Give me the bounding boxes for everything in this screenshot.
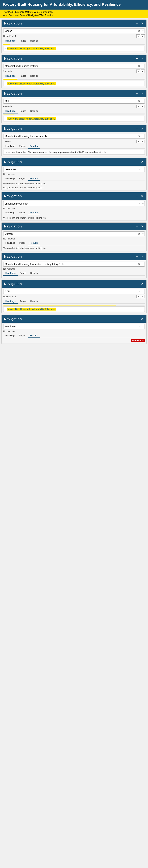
highlight-line2: Word Document Search "Navigation" Tool R… (3, 13, 145, 17)
minimize-btn-2[interactable]: – (136, 92, 139, 95)
tabs-row-1: HeadingsPagesResults (3, 74, 145, 79)
clear-btn-8[interactable]: ✕ (137, 289, 141, 293)
tab-headings-2[interactable]: Headings (3, 109, 18, 114)
tab-results-2[interactable]: Results (28, 109, 40, 113)
minimize-btn-0[interactable]: – (136, 21, 139, 25)
dropdown-btn-7[interactable]: ▾ (141, 262, 145, 266)
close-btn-4[interactable]: ✕ (140, 160, 144, 164)
dropdown-btn-9[interactable]: ▾ (141, 324, 145, 329)
minimize-btn-4[interactable]: – (136, 160, 139, 164)
result-area-1: ›Factory-Built Housing for Affordability… (3, 81, 145, 86)
tab-headings-7[interactable]: Headings (3, 271, 18, 276)
search-row-2: ✕▾ (3, 99, 145, 103)
tab-headings-4[interactable]: Headings (3, 176, 17, 181)
tab-headings-3[interactable]: Headings (3, 144, 17, 148)
tab-results-9[interactable]: Results (28, 334, 40, 338)
up-btn-8[interactable]: ∧ (136, 295, 140, 298)
minimize-btn-6[interactable]: – (136, 224, 139, 228)
clear-btn-6[interactable]: ✕ (137, 232, 141, 236)
up-btn-0[interactable]: ∧ (136, 34, 140, 38)
tab-pages-9[interactable]: Pages (17, 334, 28, 338)
minimize-btn-5[interactable]: – (136, 194, 139, 198)
tab-headings-8[interactable]: Headings (3, 299, 18, 304)
nav-panel-panel2: Navigation–✕✕▾2 results∧∨HeadingsPagesRe… (1, 55, 147, 88)
tab-results-8[interactable]: Results (28, 299, 40, 303)
minimize-btn-7[interactable]: – (136, 255, 139, 258)
dropdown-btn-5[interactable]: ▾ (141, 202, 145, 206)
minimize-btn-9[interactable]: – (136, 317, 139, 321)
tab-pages-4[interactable]: Pages (17, 176, 28, 181)
result-label-8[interactable]: Factory-Built Housing for Affordability,… (7, 308, 56, 311)
close-btn-6[interactable]: ✕ (140, 224, 144, 228)
tab-results-4[interactable]: Results (28, 176, 40, 181)
tab-pages-0[interactable]: Pages (18, 39, 28, 43)
search-input-2[interactable] (3, 99, 137, 103)
result-label-0[interactable]: Factory-Built Housing for Affordability,… (7, 47, 56, 50)
clear-btn-4[interactable]: ✕ (137, 167, 141, 172)
close-btn-5[interactable]: ✕ (140, 194, 144, 198)
close-btn-2[interactable]: ✕ (140, 92, 144, 96)
dropdown-btn-1[interactable]: ▾ (141, 64, 145, 68)
search-input-4[interactable] (3, 167, 137, 172)
result-label-1[interactable]: Factory-Built Housing for Affordability,… (7, 82, 56, 85)
clear-btn-5[interactable]: ✕ (137, 202, 141, 206)
clear-btn-2[interactable]: ✕ (137, 99, 141, 103)
tab-pages-7[interactable]: Pages (18, 271, 28, 275)
search-input-7[interactable] (3, 262, 137, 267)
close-btn-8[interactable]: ✕ (140, 282, 144, 286)
tab-results-3[interactable]: Results (28, 144, 40, 149)
tab-pages-5[interactable]: Pages (17, 211, 28, 215)
dropdown-btn-6[interactable]: ▾ (141, 232, 145, 236)
tab-pages-8[interactable]: Pages (18, 299, 28, 303)
close-btn-3[interactable]: ✕ (140, 127, 144, 131)
clear-btn-3[interactable]: ✕ (137, 134, 141, 138)
dropdown-btn-4[interactable]: ▾ (141, 167, 145, 171)
up-btn-1[interactable]: ∧ (136, 69, 140, 73)
search-input-5[interactable] (3, 202, 137, 206)
dropdown-btn-8[interactable]: ▾ (141, 289, 145, 293)
tab-results-1[interactable]: Results (28, 74, 40, 78)
up-btn-2[interactable]: ∧ (136, 104, 140, 108)
close-btn-1[interactable]: ✕ (140, 57, 144, 60)
tab-results-6[interactable]: Results (28, 241, 40, 245)
tab-pages-1[interactable]: Pages (18, 74, 28, 78)
tab-headings-1[interactable]: Headings (3, 74, 18, 79)
down-btn-1[interactable]: ∨ (141, 69, 145, 73)
down-btn-3[interactable]: ∨ (141, 140, 145, 143)
clear-btn-0[interactable]: ✕ (137, 29, 141, 33)
close-btn-9[interactable]: ✕ (140, 317, 144, 321)
dropdown-btn-2[interactable]: ▾ (141, 99, 145, 103)
tab-headings-9[interactable]: Headings (3, 334, 17, 338)
result-label-2[interactable]: Factory-Built Housing for Affordability,… (7, 117, 56, 120)
close-btn-0[interactable]: ✕ (140, 21, 144, 25)
down-btn-0[interactable]: ∨ (141, 34, 145, 38)
tab-results-7[interactable]: Results (28, 271, 40, 275)
dropdown-btn-0[interactable]: ▾ (141, 29, 145, 33)
search-input-8[interactable] (3, 289, 137, 294)
tab-results-0[interactable]: Results (28, 39, 40, 43)
search-input-3[interactable] (3, 134, 137, 138)
tab-headings-6[interactable]: Headings (3, 241, 17, 245)
tab-headings-5[interactable]: Headings (3, 211, 17, 215)
search-input-1[interactable] (3, 64, 137, 68)
close-btn-7[interactable]: ✕ (140, 255, 144, 258)
up-btn-3[interactable]: ∧ (136, 140, 140, 143)
clear-btn-1[interactable]: ✕ (137, 64, 141, 68)
search-input-6[interactable] (3, 231, 137, 236)
down-btn-2[interactable]: ∨ (141, 104, 145, 108)
minimize-btn-3[interactable]: – (136, 127, 139, 130)
search-input-9[interactable] (3, 324, 137, 329)
minimize-btn-8[interactable]: – (136, 282, 139, 286)
clear-btn-9[interactable]: ✕ (137, 324, 141, 329)
search-input-0[interactable] (3, 29, 137, 33)
tab-pages-2[interactable]: Pages (18, 109, 28, 113)
clear-btn-7[interactable]: ✕ (137, 262, 141, 266)
dropdown-btn-3[interactable]: ▾ (141, 134, 145, 138)
tab-results-5[interactable]: Results (28, 211, 40, 215)
minimize-btn-1[interactable]: – (136, 57, 139, 60)
search-row-6: ✕▾ (3, 231, 145, 236)
down-btn-8[interactable]: ∨ (141, 295, 145, 298)
tab-pages-6[interactable]: Pages (17, 241, 28, 245)
tab-headings-0[interactable]: Headings (3, 39, 18, 43)
tab-pages-3[interactable]: Pages (17, 144, 28, 148)
